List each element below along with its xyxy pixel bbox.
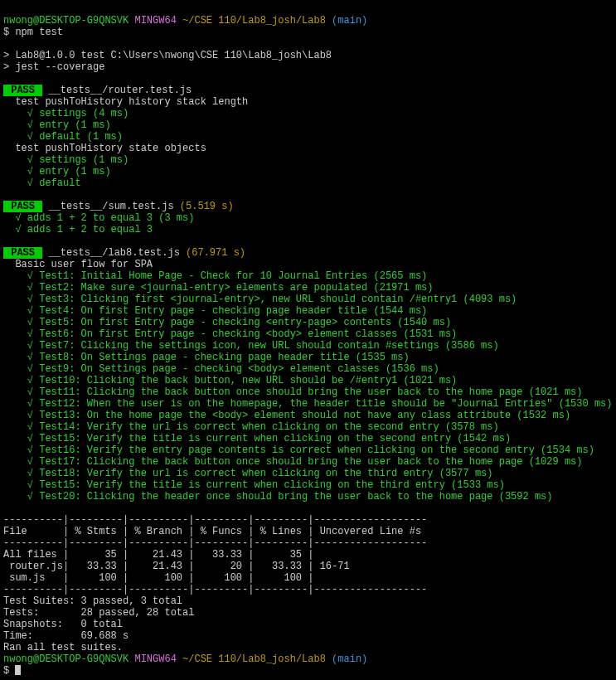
summary-line: Time: 69.688 s (3, 630, 129, 642)
cursor (15, 665, 21, 675)
test-line: √ Test15: Verify the title is current wh… (3, 479, 505, 491)
describe-line: test pushToHistory history stack length (3, 96, 248, 108)
test-line: √ adds 1 + 2 to equal 3 (3 ms) (3, 212, 194, 224)
coverage-row: All files | 35 | 21.43 | 33.33 | 35 | (3, 549, 313, 561)
suite-header: PASS __tests__/lab8.test.js (67.971 s) (3, 247, 245, 259)
prompt-path: ~/CSE 110/Lab8_josh/Lab8 (182, 653, 326, 665)
test-line: √ Test2: Make sure <journal-entry> eleme… (3, 282, 433, 294)
pass-badge: PASS (3, 201, 42, 212)
terminal-window[interactable]: nwong@DESKTOP-G9QNSVK MINGW64 ~/CSE 110/… (0, 0, 616, 680)
prompt-branch: (main) (332, 15, 367, 27)
test-line: √ Test7: Clicking the settings icon, new… (3, 340, 499, 352)
test-line: √ entry (1 ms) (3, 166, 111, 177)
test-line: √ Test3: Clicking first <journal-entry>,… (3, 294, 517, 305)
command-line: $ npm test (3, 27, 63, 38)
coverage-sep: ----------|---------|----------|--------… (3, 537, 427, 549)
prompt-line: nwong@DESKTOP-G9QNSVK MINGW64 ~/CSE 110/… (3, 15, 367, 27)
output-line: > jest --coverage (3, 61, 104, 73)
test-line: √ Test14: Verify the url is correct when… (3, 421, 499, 433)
test-line: √ Test12: When the user is on the homepa… (3, 398, 613, 410)
test-line: √ Test6: On first Entry page - checking … (3, 328, 457, 340)
describe-line: Basic user flow for SPA (3, 259, 153, 270)
summary-line: Tests: 28 passed, 28 total (3, 607, 194, 619)
output-line: > Lab8@1.0.0 test C:\Users\nwong\CSE 110… (3, 50, 332, 61)
pass-badge: PASS (3, 247, 42, 259)
prompt-env: MINGW64 (134, 15, 176, 27)
test-line: √ default (1 ms) (3, 131, 123, 143)
test-line: √ Test9: On Settings page - checking <bo… (3, 363, 439, 375)
suite-header: PASS __tests__/sum.test.js (5.519 s) (3, 201, 234, 212)
coverage-sep: ----------|---------|----------|--------… (3, 584, 427, 595)
summary-line: Test Suites: 3 passed, 3 total (3, 595, 182, 607)
describe-line: test pushToHistory state objects (3, 143, 206, 154)
prompt-branch: (main) (332, 653, 367, 665)
summary-line: Snapshots: 0 total (3, 619, 123, 630)
suite-file: __tests__/lab8.test.js (48, 247, 179, 259)
suite-file: __tests__/sum.test.js (48, 201, 173, 212)
test-line: √ Test15: Verify the title is current wh… (3, 433, 511, 444)
test-line: √ entry (1 ms) (3, 119, 111, 131)
test-line: √ Test16: Verify the entry page contents… (3, 444, 594, 456)
prompt-user: nwong@DESKTOP-G9QNSVK (3, 15, 129, 27)
test-line: √ Test11: Clicking the back button once … (3, 386, 583, 398)
suite-time: (67.971 s) (186, 247, 245, 259)
suite-header: PASS __tests__/router.test.js (3, 85, 192, 96)
test-line: √ settings (4 ms) (3, 108, 129, 119)
coverage-row: router.js| 33.33 | 21.43 | 20 | 33.33 | … (3, 561, 350, 572)
pass-badge: PASS (3, 85, 42, 96)
test-line: √ Test20: Clicking the header once shoul… (3, 491, 553, 503)
prompt-dollar: $ (3, 665, 15, 677)
test-line: √ Test1: Initial Home Page - Check for 1… (3, 270, 427, 282)
test-line: √ Test5: On first Entry page - checking … (3, 317, 451, 328)
suite-file: __tests__/router.test.js (48, 85, 192, 96)
prompt-path: ~/CSE 110/Lab8_josh/Lab8 (182, 15, 326, 27)
test-line: √ Test4: On first Entry page - checking … (3, 305, 427, 317)
coverage-sep: ----------|---------|----------|--------… (3, 514, 427, 526)
test-line: √ adds 1 + 2 to equal 3 (3, 224, 153, 236)
test-line: √ default (3, 177, 81, 189)
prompt-line: nwong@DESKTOP-G9QNSVK MINGW64 ~/CSE 110/… (3, 653, 367, 665)
prompt-env: MINGW64 (134, 653, 176, 665)
test-line: √ Test10: Clicking the back button, new … (3, 375, 457, 386)
test-line: √ Test18: Verify the url is correct when… (3, 468, 493, 479)
coverage-header: File | % Stmts | % Branch | % Funcs | % … (3, 526, 421, 537)
test-line: √ settings (1 ms) (3, 154, 129, 166)
test-line: √ Test13: On the home page the <body> el… (3, 410, 570, 421)
test-line: √ Test17: Clicking the back button once … (3, 456, 583, 468)
test-line: √ Test8: On Settings page - checking pag… (3, 352, 410, 363)
summary-line: Ran all test suites. (3, 642, 123, 653)
coverage-row: sum.js | 100 | 100 | 100 | 100 | (3, 572, 313, 584)
suite-time: (5.519 s) (180, 201, 234, 212)
prompt-user: nwong@DESKTOP-G9QNSVK (3, 653, 129, 665)
command-line[interactable]: $ (3, 665, 21, 677)
